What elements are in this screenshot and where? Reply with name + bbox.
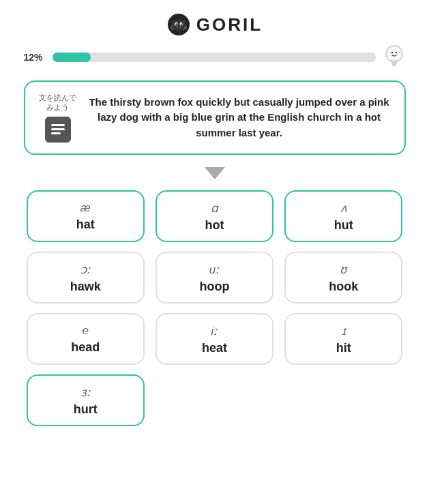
- svg-rect-18: [392, 64, 396, 66]
- svg-rect-21: [51, 132, 61, 134]
- word-hat: hat: [76, 218, 95, 232]
- word-card-hook[interactable]: ʊ hook: [284, 252, 402, 303]
- phoneme-hawk: ɔː: [80, 263, 91, 277]
- app-title: GORIL: [196, 14, 263, 35]
- down-arrow-icon: [205, 167, 225, 183]
- progress-bar-fill: [53, 53, 91, 62]
- phoneme-hat: æ: [80, 201, 91, 215]
- svg-marker-22: [205, 167, 225, 179]
- svg-rect-19: [51, 124, 65, 126]
- phoneme-hot: ɑ: [211, 201, 218, 216]
- phoneme-hurt: ɜː: [80, 385, 91, 400]
- progress-label: 12%: [24, 52, 46, 63]
- word-hot: hot: [205, 218, 224, 233]
- word-hit: hit: [336, 341, 351, 355]
- phoneme-hoop: uː: [209, 263, 220, 277]
- sentence-card: 文を読んでみよう The thirsty brown fox quickly b…: [24, 80, 406, 155]
- svg-point-9: [177, 27, 180, 28]
- sentence-text: The thirsty brown fox quickly but casual…: [88, 95, 391, 141]
- svg-point-7: [181, 23, 182, 25]
- progress-bar-background: [53, 53, 376, 62]
- word-card-hoop[interactable]: uː hoop: [156, 252, 273, 303]
- word-card-hit[interactable]: ɪ hit: [284, 313, 402, 365]
- gorilla-logo-icon: [166, 12, 191, 37]
- svg-point-10: [171, 20, 175, 24]
- word-hurt: hurt: [74, 402, 98, 417]
- word-card-heat[interactable]: iː heat: [156, 313, 273, 365]
- phoneme-heat: iː: [211, 324, 218, 338]
- word-grid: æ hat ɑ hot ʌ hut ɔː hawk uː hoop ʊ hook…: [17, 190, 413, 365]
- progress-section: 12%: [24, 44, 406, 71]
- word-grid-bottom: ɜː hurt: [17, 374, 413, 426]
- phoneme-hook: ʊ: [340, 263, 347, 277]
- svg-point-11: [181, 20, 186, 24]
- svg-point-6: [175, 23, 177, 25]
- svg-point-15: [391, 52, 392, 53]
- word-heat: heat: [202, 341, 227, 355]
- phoneme-hut: ʌ: [340, 201, 347, 216]
- word-card-hot[interactable]: ɑ hot: [156, 190, 273, 242]
- word-card-hat[interactable]: æ hat: [27, 190, 145, 242]
- word-hoop: hoop: [200, 280, 230, 294]
- phoneme-hit: ɪ: [342, 324, 346, 338]
- svg-point-16: [395, 52, 396, 53]
- word-head: head: [71, 340, 100, 355]
- word-hut: hut: [334, 218, 353, 233]
- lightbulb-icon[interactable]: [383, 44, 406, 71]
- svg-point-14: [389, 48, 399, 58]
- word-card-hurt[interactable]: ɜː hurt: [27, 374, 145, 426]
- word-hawk: hawk: [70, 280, 101, 294]
- svg-rect-20: [51, 128, 65, 130]
- word-card-hut[interactable]: ʌ hut: [284, 190, 402, 242]
- app-header: GORIL: [166, 12, 263, 37]
- word-card-head[interactable]: e head: [27, 313, 145, 365]
- phoneme-head: e: [82, 324, 88, 338]
- read-label: 文を読んでみよう: [39, 93, 77, 113]
- word-card-hawk[interactable]: ɔː hawk: [27, 252, 145, 303]
- word-hook: hook: [329, 280, 358, 294]
- card-left-section: 文を読んでみよう: [39, 93, 77, 143]
- text-lines-icon: [45, 117, 71, 143]
